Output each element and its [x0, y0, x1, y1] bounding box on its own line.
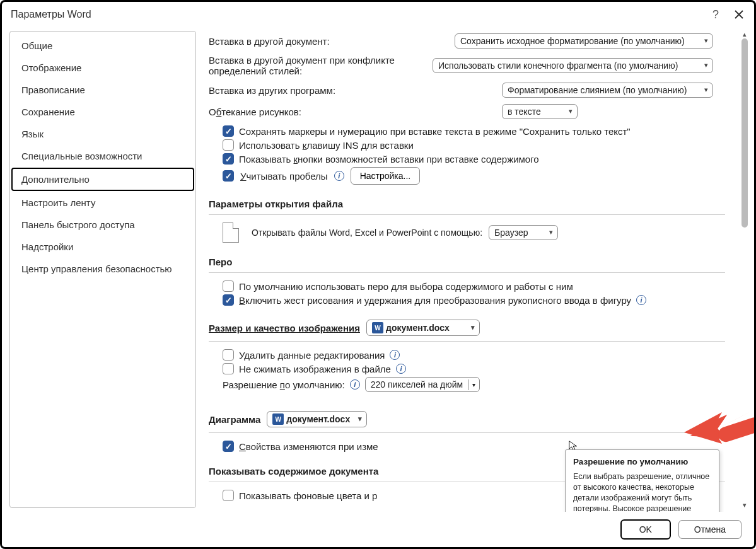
- word-doc-icon: [372, 322, 383, 333]
- info-icon[interactable]: [636, 295, 646, 305]
- section-image-quality: Размер и качество изображения документ.d…: [209, 320, 725, 336]
- chart-props-label: Свойства изменяются при изме: [239, 441, 378, 452]
- scroll-down-arrow[interactable]: ▾: [740, 500, 749, 509]
- tooltip-body: Если выбрать разрешение, отличное от выс…: [573, 471, 711, 512]
- paste-other-prog-dropdown[interactable]: Форматирование слиянием (по умолчанию): [502, 83, 713, 98]
- ink-gesture-label: Включить жест рисования и удержания для …: [239, 295, 631, 306]
- sidebar-item-language[interactable]: Язык: [13, 124, 193, 144]
- sidebar-item-accessibility[interactable]: Специальные возможности: [13, 146, 193, 166]
- paste-wrap-label: Обтекание рисунков:: [209, 107, 496, 117]
- vertical-scrollbar[interactable]: ▴ ▾: [739, 30, 750, 509]
- paste-other-doc-dropdown[interactable]: Сохранить исходное форматирование (по ум…: [455, 33, 713, 49]
- default-pen-checkbox[interactable]: [223, 280, 234, 292]
- category-sidebar: Общие Отображение Правописание Сохранени…: [9, 31, 196, 508]
- word-doc-icon: [272, 413, 284, 425]
- scroll-up-arrow[interactable]: ▴: [740, 30, 749, 38]
- no-compress-checkbox[interactable]: [223, 363, 234, 374]
- sidebar-item-save[interactable]: Сохранение: [13, 101, 193, 122]
- close-button[interactable]: [733, 8, 745, 21]
- tooltip-title: Разрешение по умолчанию: [573, 456, 711, 468]
- chevron-down-icon[interactable]: ▾: [468, 379, 479, 390]
- keep-bullets-label: Сохранять маркеры и нумерацию при вставк…: [239, 126, 631, 137]
- cut-paste-settings-button[interactable]: Настройка...: [351, 167, 421, 185]
- show-paste-btn-label: Показывать кнопки возможностей вставки п…: [239, 154, 539, 165]
- window-title: Параметры Word: [11, 9, 91, 20]
- sidebar-item-trust-center[interactable]: Центр управления безопасностью: [13, 258, 193, 279]
- paste-conflict-dropdown[interactable]: Использовать стили конечного фрагмента (…: [433, 58, 713, 73]
- info-icon[interactable]: [350, 379, 360, 390]
- scroll-thumb[interactable]: [741, 38, 748, 228]
- no-compress-label: Не сжимать изображения в файле: [239, 364, 391, 374]
- chart-doc-dropdown[interactable]: документ.docx: [267, 411, 367, 427]
- info-icon[interactable]: [396, 364, 406, 374]
- chart-props-checkbox[interactable]: [223, 441, 234, 452]
- section-pen: Перо: [209, 257, 725, 267]
- resolution-tooltip: Разрешение по умолчанию Если выбрать раз…: [565, 449, 719, 512]
- info-icon[interactable]: [390, 350, 400, 360]
- sidebar-item-customize-ribbon[interactable]: Настроить ленту: [13, 192, 193, 213]
- options-content: Вставка в другой документ: Сохранить исх…: [196, 27, 739, 512]
- bg-colors-checkbox[interactable]: [223, 490, 234, 501]
- sidebar-item-general[interactable]: Общие: [13, 35, 193, 56]
- section-chart: Диаграмма документ.docx: [209, 411, 725, 427]
- image-quality-doc-dropdown[interactable]: документ.docx: [366, 320, 480, 336]
- smart-cut-checkbox[interactable]: [223, 170, 234, 182]
- open-with-dropdown[interactable]: Браузер: [489, 225, 558, 240]
- show-paste-btn-checkbox[interactable]: [223, 153, 234, 165]
- ins-key-label: Использовать клавишу INS для вставки: [239, 140, 414, 151]
- paste-wrap-dropdown[interactable]: в тексте: [502, 104, 578, 119]
- dialog-footer: OK Отмена: [2, 512, 754, 547]
- paste-conflict-label: Вставка в другой документ при конфликте …: [209, 55, 426, 76]
- sidebar-item-proofing[interactable]: Правописание: [13, 79, 193, 100]
- ink-gesture-checkbox[interactable]: [223, 294, 234, 306]
- help-button[interactable]: ?: [712, 8, 719, 21]
- info-icon[interactable]: [334, 171, 344, 181]
- paste-other-prog-label: Вставка из других программ:: [209, 85, 496, 96]
- sidebar-item-display[interactable]: Отображение: [13, 57, 193, 78]
- section-file-open: Параметры открытия файла: [209, 199, 725, 209]
- options-dialog: Параметры Word ? Общие Отображение Право…: [0, 0, 756, 549]
- document-icon: [223, 222, 239, 243]
- discard-edit-checkbox[interactable]: [223, 349, 234, 361]
- bg-colors-label: Показывать фоновые цвета и р: [239, 490, 377, 501]
- smart-cut-label: Учитывать пробелы: [240, 171, 328, 182]
- keep-bullets-checkbox[interactable]: [223, 125, 234, 137]
- scroll-track[interactable]: [741, 38, 748, 500]
- default-pen-label: По умолчанию использовать перо для выбор…: [239, 281, 573, 292]
- titlebar: Параметры Word ?: [2, 2, 754, 27]
- ok-button[interactable]: OK: [620, 519, 671, 540]
- open-with-label: Открывать файлы Word, Excel и PowerPoint…: [252, 228, 482, 238]
- cancel-button[interactable]: Отмена: [678, 520, 741, 539]
- ins-key-checkbox[interactable]: [223, 139, 234, 151]
- discard-edit-label: Удалить данные редактирования: [239, 350, 385, 361]
- paste-other-doc-label: Вставка в другой документ:: [209, 36, 448, 47]
- default-resolution-dropdown[interactable]: 220 пикселей на дюйм ▾: [365, 377, 480, 392]
- default-res-label: Разрешение по умолчанию:: [223, 379, 345, 390]
- sidebar-item-quick-access[interactable]: Панель быстрого доступа: [13, 214, 193, 235]
- sidebar-item-advanced[interactable]: Дополнительно: [11, 168, 194, 191]
- sidebar-item-addins[interactable]: Надстройки: [13, 236, 193, 257]
